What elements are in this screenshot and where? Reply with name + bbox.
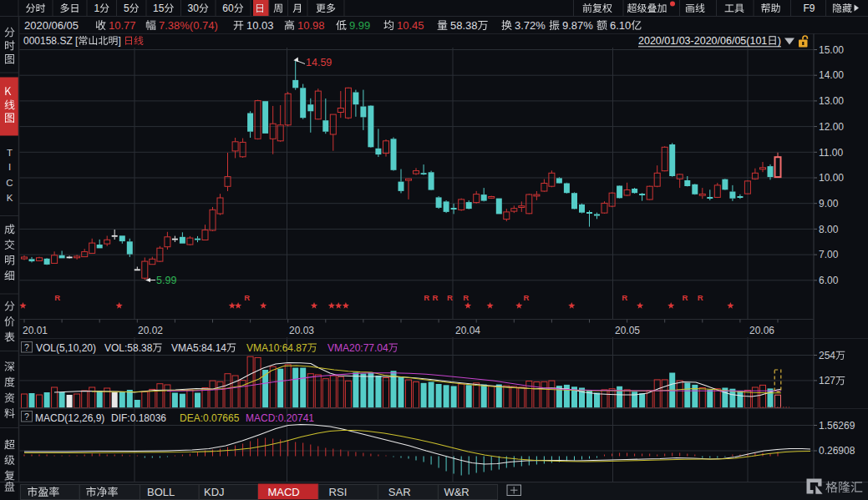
svg-text:9.87%: 9.87% xyxy=(562,19,593,32)
svg-text:SAR: SAR xyxy=(388,486,411,498)
svg-text:VMA10:64.87: VMA10:64.87 xyxy=(246,342,307,354)
svg-text:R: R xyxy=(683,293,688,302)
svg-text:): ) xyxy=(778,35,781,47)
svg-text:MACD(12,26,9): MACD(12,26,9) xyxy=(35,412,104,424)
svg-text:7.38%(0.74): 7.38%(0.74) xyxy=(159,19,218,32)
svg-text:R: R xyxy=(432,293,438,302)
svg-text:5: 5 xyxy=(124,3,129,14)
svg-text:254: 254 xyxy=(819,350,835,361)
svg-text:10.98: 10.98 xyxy=(297,19,325,32)
svg-text:30: 30 xyxy=(188,3,200,14)
svg-text:20.05: 20.05 xyxy=(615,325,640,336)
svg-text:14.59: 14.59 xyxy=(306,57,332,68)
svg-text:I: I xyxy=(8,162,11,172)
svg-text:R: R xyxy=(447,293,453,302)
svg-text:K: K xyxy=(7,193,13,203)
svg-text:R: R xyxy=(523,293,529,302)
svg-text:000158.SZ: 000158.SZ xyxy=(23,35,73,47)
svg-text:R: R xyxy=(698,293,703,302)
svg-text:20.06: 20.06 xyxy=(749,325,774,336)
svg-text:20.04: 20.04 xyxy=(455,325,480,336)
svg-text:W&R: W&R xyxy=(444,486,469,498)
svg-text:15: 15 xyxy=(153,3,165,14)
svg-text:?: ? xyxy=(24,412,29,422)
svg-text:6.00: 6.00 xyxy=(819,275,839,286)
svg-text:]: ] xyxy=(118,35,120,47)
svg-text:10.03: 10.03 xyxy=(246,19,274,32)
svg-text:1: 1 xyxy=(94,3,99,14)
svg-text:8.00: 8.00 xyxy=(819,224,839,235)
svg-text:T: T xyxy=(7,148,13,158)
svg-text:127: 127 xyxy=(819,375,835,386)
svg-text:VOL:58.38: VOL:58.38 xyxy=(104,342,153,354)
svg-text:R: R xyxy=(622,293,627,302)
svg-text:DIF:0.18036: DIF:0.18036 xyxy=(111,412,166,424)
svg-text:10.00: 10.00 xyxy=(819,172,844,184)
svg-text:3.72%: 3.72% xyxy=(515,19,546,32)
svg-text:14.00: 14.00 xyxy=(819,69,844,81)
svg-text:58.38: 58.38 xyxy=(450,19,478,32)
svg-text:0.26908: 0.26908 xyxy=(819,445,855,457)
svg-text:60: 60 xyxy=(222,3,234,14)
svg-text:12.00: 12.00 xyxy=(819,121,844,133)
svg-text:11.00: 11.00 xyxy=(819,147,843,159)
svg-text:?: ? xyxy=(24,342,29,352)
svg-text:R: R xyxy=(463,293,469,302)
svg-text:2020/06/05: 2020/06/05 xyxy=(24,19,79,32)
svg-text:C: C xyxy=(6,178,13,188)
svg-text:9.00: 9.00 xyxy=(819,198,839,210)
svg-text:9.99: 9.99 xyxy=(349,19,370,32)
svg-text:20.01: 20.01 xyxy=(23,325,48,336)
svg-text:15.00: 15.00 xyxy=(819,44,844,56)
svg-text:20.03: 20.03 xyxy=(289,325,314,336)
svg-text:5.99: 5.99 xyxy=(156,275,176,286)
svg-text:MACD: MACD xyxy=(267,486,299,498)
svg-text:MACD:0.20741: MACD:0.20741 xyxy=(246,412,314,424)
svg-text:1.56269: 1.56269 xyxy=(819,420,855,432)
svg-text:20.02: 20.02 xyxy=(138,325,163,336)
svg-text:R: R xyxy=(424,293,429,302)
svg-text:6.10: 6.10 xyxy=(610,19,631,32)
svg-text:10.45: 10.45 xyxy=(397,19,424,32)
svg-text:R: R xyxy=(244,293,250,302)
svg-text:VOL(5,10,20): VOL(5,10,20) xyxy=(36,342,96,354)
svg-text:VMA20:77.04: VMA20:77.04 xyxy=(327,342,388,354)
svg-text:2020/01/03-2020/06/05(101: 2020/01/03-2020/06/05(101 xyxy=(638,35,767,47)
svg-text:R: R xyxy=(54,293,60,302)
svg-text:7.00: 7.00 xyxy=(819,249,839,260)
svg-text:13.00: 13.00 xyxy=(819,95,844,107)
svg-text:KDJ: KDJ xyxy=(204,486,225,498)
svg-text:10.77: 10.77 xyxy=(109,19,136,32)
svg-text:DEA:0.07665: DEA:0.07665 xyxy=(180,412,240,424)
svg-text:F9: F9 xyxy=(804,3,815,14)
svg-text:VMA5:84.14: VMA5:84.14 xyxy=(171,342,226,354)
svg-text:RSI: RSI xyxy=(329,486,348,498)
svg-text:BOLL: BOLL xyxy=(147,486,175,498)
